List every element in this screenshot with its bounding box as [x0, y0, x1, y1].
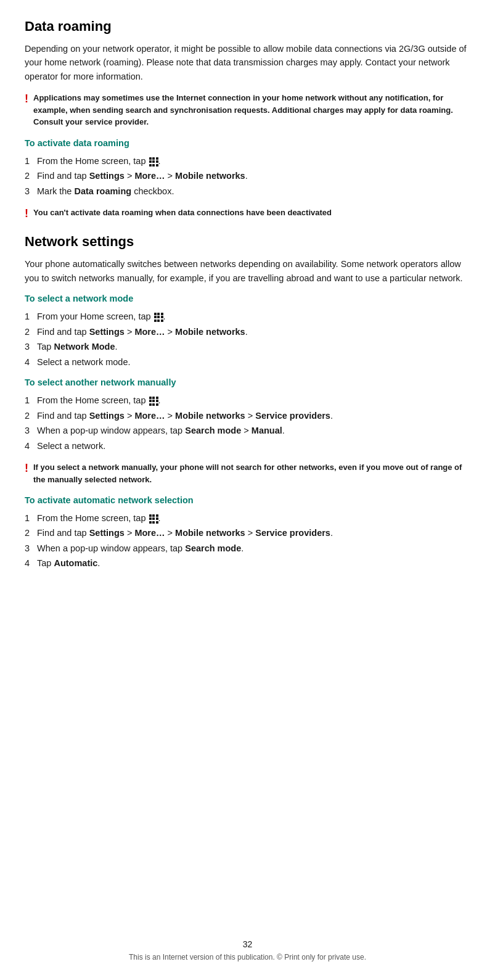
step-item: 3 When a pop-up window appears, tap Sear…	[25, 541, 470, 555]
step-item: 2 Find and tap Settings > More… > Mobile…	[25, 325, 470, 339]
section-heading-network-settings: Network settings	[25, 234, 470, 250]
step-item: 2 Find and tap Settings > More… > Mobile…	[25, 409, 470, 422]
step-item: 1 From your Home screen, tap .	[25, 310, 470, 323]
warning-text-3: If you select a network manually, your p…	[33, 461, 470, 485]
page-footer: 32 This is an Internet version of this p…	[0, 939, 495, 961]
section-heading-data-roaming: Data roaming	[25, 19, 470, 35]
step-item: 1 From the Home screen, tap .	[25, 154, 470, 168]
steps-list-activate-auto-selection: 1 From the Home screen, tap . 2 Find and…	[25, 511, 470, 570]
warning-icon-2: !	[25, 207, 28, 220]
data-roaming-body: Depending on your network operator, it m…	[25, 42, 470, 83]
network-settings-body: Your phone automatically switches betwee…	[25, 257, 470, 285]
subsection-title-activate-roaming: To activate data roaming	[25, 138, 470, 148]
page-number: 32	[0, 939, 495, 949]
step-item: 3 When a pop-up window appears, tap Sear…	[25, 424, 470, 437]
subsection-title-select-network-manually: To select another network manually	[25, 377, 470, 387]
step-item: 3 Mark the Data roaming checkbox.	[25, 184, 470, 198]
step-item: 1 From the Home screen, tap .	[25, 511, 470, 525]
grid-icon	[149, 397, 158, 406]
warning-text-1: Applications may sometimes use the Inter…	[33, 92, 470, 128]
step-item: 3 Tap Network Mode.	[25, 340, 470, 353]
warning-icon-1: !	[25, 93, 28, 105]
grid-icon	[149, 514, 158, 524]
warning-box-3: ! If you select a network manually, your…	[25, 461, 470, 485]
warning-text-2: You can't activate data roaming when dat…	[33, 207, 332, 219]
grid-icon	[149, 157, 158, 167]
step-item: 1 From the Home screen, tap .	[25, 393, 470, 407]
steps-list-select-network-mode: 1 From your Home screen, tap . 2 Find an…	[25, 310, 470, 369]
step-item: 2 Find and tap Settings > More… > Mobile…	[25, 169, 470, 183]
warning-box-1: ! Applications may sometimes use the Int…	[25, 92, 470, 128]
subsection-title-activate-auto-selection: To activate automatic network selection	[25, 495, 470, 505]
warning-icon-3: !	[25, 462, 28, 475]
grid-icon	[154, 313, 163, 322]
footer-text: This is an Internet version of this publ…	[0, 953, 495, 961]
step-item: 4 Tap Automatic.	[25, 556, 470, 570]
step-item: 2 Find and tap Settings > More… > Mobile…	[25, 526, 470, 540]
subsection-title-select-network-mode: To select a network mode	[25, 294, 470, 303]
warning-box-2: ! You can't activate data roaming when d…	[25, 207, 470, 220]
step-item: 4 Select a network mode.	[25, 355, 470, 369]
steps-list-select-network-manually: 1 From the Home screen, tap . 2 Find and…	[25, 393, 470, 453]
steps-list-activate-roaming: 1 From the Home screen, tap . 2 Find and…	[25, 154, 470, 198]
step-item: 4 Select a network.	[25, 439, 470, 453]
